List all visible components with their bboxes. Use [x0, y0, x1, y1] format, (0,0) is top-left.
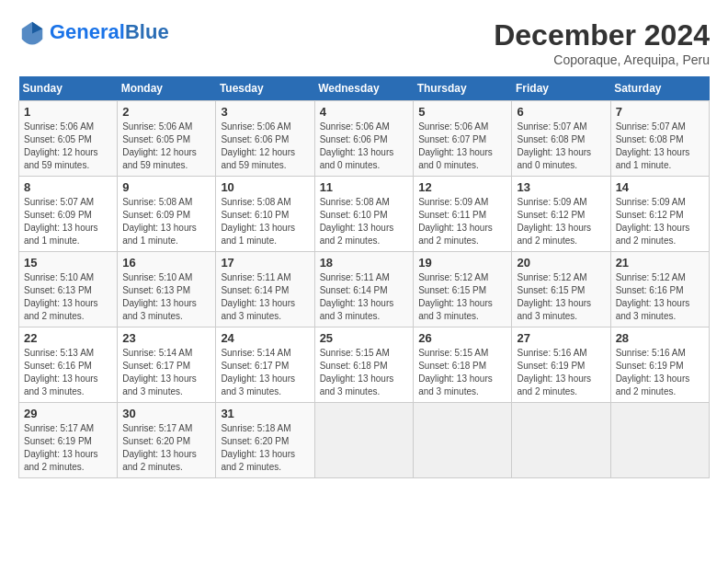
- day-info: Sunrise: 5:06 AM Sunset: 6:05 PM Dayligh…: [122, 121, 210, 172]
- calendar-day-cell: 27Sunrise: 5:16 AM Sunset: 6:19 PM Dayli…: [512, 327, 610, 403]
- month-title: December 2024: [494, 18, 710, 52]
- day-of-week-header: Saturday: [610, 76, 709, 101]
- calendar-empty-cell: [512, 403, 610, 478]
- day-number: 27: [517, 331, 605, 345]
- day-number: 6: [517, 105, 605, 119]
- calendar-day-cell: 31Sunrise: 5:18 AM Sunset: 6:20 PM Dayli…: [216, 403, 314, 478]
- day-of-week-header: Tuesday: [216, 76, 314, 101]
- day-number: 11: [320, 180, 409, 194]
- day-number: 23: [122, 331, 210, 345]
- day-info: Sunrise: 5:13 AM Sunset: 6:16 PM Dayligh…: [24, 347, 112, 398]
- day-of-week-header: Thursday: [414, 76, 512, 101]
- calendar-day-cell: 16Sunrise: 5:10 AM Sunset: 6:13 PM Dayli…: [118, 252, 216, 327]
- calendar-day-cell: 2Sunrise: 5:06 AM Sunset: 6:05 PM Daylig…: [118, 101, 216, 177]
- calendar-day-cell: 30Sunrise: 5:17 AM Sunset: 6:20 PM Dayli…: [118, 403, 216, 478]
- calendar-body: 1Sunrise: 5:06 AM Sunset: 6:05 PM Daylig…: [19, 101, 710, 478]
- day-number: 25: [320, 331, 409, 345]
- day-of-week-header: Monday: [118, 76, 216, 101]
- calendar-day-cell: 9Sunrise: 5:08 AM Sunset: 6:09 PM Daylig…: [118, 177, 216, 252]
- day-number: 26: [418, 331, 506, 345]
- logo-text: GeneralBlue: [50, 20, 169, 44]
- calendar-header: SundayMondayTuesdayWednesdayThursdayFrid…: [19, 76, 710, 101]
- calendar-day-cell: 7Sunrise: 5:07 AM Sunset: 6:08 PM Daylig…: [610, 101, 709, 177]
- day-number: 9: [122, 180, 210, 194]
- day-number: 28: [616, 331, 704, 345]
- day-number: 19: [418, 256, 506, 270]
- day-info: Sunrise: 5:06 AM Sunset: 6:07 PM Dayligh…: [418, 121, 506, 172]
- calendar-week-row: 15Sunrise: 5:10 AM Sunset: 6:13 PM Dayli…: [19, 252, 710, 327]
- calendar-empty-cell: [314, 403, 414, 478]
- day-number: 10: [221, 180, 309, 194]
- calendar-day-cell: 3Sunrise: 5:06 AM Sunset: 6:06 PM Daylig…: [216, 101, 314, 177]
- calendar-week-row: 8Sunrise: 5:07 AM Sunset: 6:09 PM Daylig…: [19, 177, 710, 252]
- calendar-day-cell: 6Sunrise: 5:07 AM Sunset: 6:08 PM Daylig…: [512, 101, 610, 177]
- day-info: Sunrise: 5:17 AM Sunset: 6:20 PM Dayligh…: [122, 422, 210, 474]
- location: Coporaque, Arequipa, Peru: [494, 52, 710, 67]
- day-info: Sunrise: 5:12 AM Sunset: 6:15 PM Dayligh…: [517, 271, 605, 323]
- day-info: Sunrise: 5:09 AM Sunset: 6:11 PM Dayligh…: [418, 196, 506, 247]
- day-info: Sunrise: 5:16 AM Sunset: 6:19 PM Dayligh…: [616, 347, 704, 398]
- calendar-day-cell: 13Sunrise: 5:09 AM Sunset: 6:12 PM Dayli…: [512, 177, 610, 252]
- day-number: 3: [221, 105, 309, 119]
- day-number: 15: [24, 256, 112, 270]
- calendar-day-cell: 18Sunrise: 5:11 AM Sunset: 6:14 PM Dayli…: [314, 252, 414, 327]
- calendar-day-cell: 22Sunrise: 5:13 AM Sunset: 6:16 PM Dayli…: [19, 327, 118, 403]
- day-number: 22: [24, 331, 112, 345]
- day-info: Sunrise: 5:15 AM Sunset: 6:18 PM Dayligh…: [320, 347, 409, 398]
- day-info: Sunrise: 5:16 AM Sunset: 6:19 PM Dayligh…: [517, 347, 605, 398]
- day-info: Sunrise: 5:14 AM Sunset: 6:17 PM Dayligh…: [122, 347, 210, 398]
- day-info: Sunrise: 5:12 AM Sunset: 6:15 PM Dayligh…: [418, 271, 506, 323]
- calendar-day-cell: 15Sunrise: 5:10 AM Sunset: 6:13 PM Dayli…: [19, 252, 118, 327]
- calendar-week-row: 29Sunrise: 5:17 AM Sunset: 6:19 PM Dayli…: [19, 403, 710, 478]
- day-number: 2: [122, 105, 210, 119]
- calendar-day-cell: 14Sunrise: 5:09 AM Sunset: 6:12 PM Dayli…: [610, 177, 709, 252]
- calendar-day-cell: 29Sunrise: 5:17 AM Sunset: 6:19 PM Dayli…: [19, 403, 118, 478]
- day-number: 14: [616, 180, 704, 194]
- day-number: 8: [24, 180, 112, 194]
- day-number: 24: [221, 331, 309, 345]
- calendar-day-cell: 24Sunrise: 5:14 AM Sunset: 6:17 PM Dayli…: [216, 327, 314, 403]
- day-number: 18: [320, 256, 409, 270]
- calendar-day-cell: 26Sunrise: 5:15 AM Sunset: 6:18 PM Dayli…: [414, 327, 512, 403]
- title-area: December 2024 Coporaque, Arequipa, Peru: [494, 18, 710, 67]
- day-info: Sunrise: 5:10 AM Sunset: 6:13 PM Dayligh…: [24, 271, 112, 323]
- calendar-day-cell: 23Sunrise: 5:14 AM Sunset: 6:17 PM Dayli…: [118, 327, 216, 403]
- day-info: Sunrise: 5:07 AM Sunset: 6:08 PM Dayligh…: [616, 121, 704, 172]
- day-number: 21: [616, 256, 704, 270]
- day-number: 20: [517, 256, 605, 270]
- logo-icon: [18, 18, 46, 46]
- day-number: 5: [418, 105, 506, 119]
- calendar-day-cell: 5Sunrise: 5:06 AM Sunset: 6:07 PM Daylig…: [414, 101, 512, 177]
- calendar-day-cell: 11Sunrise: 5:08 AM Sunset: 6:10 PM Dayli…: [314, 177, 414, 252]
- calendar-day-cell: 25Sunrise: 5:15 AM Sunset: 6:18 PM Dayli…: [314, 327, 414, 403]
- day-info: Sunrise: 5:06 AM Sunset: 6:05 PM Dayligh…: [24, 121, 112, 172]
- calendar-day-cell: 21Sunrise: 5:12 AM Sunset: 6:16 PM Dayli…: [610, 252, 709, 327]
- calendar-day-cell: 17Sunrise: 5:11 AM Sunset: 6:14 PM Dayli…: [216, 252, 314, 327]
- day-info: Sunrise: 5:11 AM Sunset: 6:14 PM Dayligh…: [320, 271, 409, 323]
- day-number: 4: [320, 105, 409, 119]
- day-number: 7: [616, 105, 704, 119]
- calendar-day-cell: 8Sunrise: 5:07 AM Sunset: 6:09 PM Daylig…: [19, 177, 118, 252]
- calendar-empty-cell: [610, 403, 709, 478]
- day-of-week-header: Sunday: [19, 76, 118, 101]
- day-info: Sunrise: 5:15 AM Sunset: 6:18 PM Dayligh…: [418, 347, 506, 398]
- calendar-day-cell: 12Sunrise: 5:09 AM Sunset: 6:11 PM Dayli…: [414, 177, 512, 252]
- calendar-day-cell: 20Sunrise: 5:12 AM Sunset: 6:15 PM Dayli…: [512, 252, 610, 327]
- day-number: 1: [24, 105, 112, 119]
- logo: GeneralBlue: [18, 18, 169, 46]
- calendar-day-cell: 10Sunrise: 5:08 AM Sunset: 6:10 PM Dayli…: [216, 177, 314, 252]
- day-info: Sunrise: 5:09 AM Sunset: 6:12 PM Dayligh…: [616, 196, 704, 247]
- calendar-week-row: 1Sunrise: 5:06 AM Sunset: 6:05 PM Daylig…: [19, 101, 710, 177]
- page-header: GeneralBlue December 2024 Coporaque, Are…: [18, 18, 710, 67]
- day-info: Sunrise: 5:06 AM Sunset: 6:06 PM Dayligh…: [320, 121, 409, 172]
- day-number: 12: [418, 180, 506, 194]
- calendar-day-cell: 28Sunrise: 5:16 AM Sunset: 6:19 PM Dayli…: [610, 327, 709, 403]
- day-of-week-header: Friday: [512, 76, 610, 101]
- day-number: 17: [221, 256, 309, 270]
- day-info: Sunrise: 5:08 AM Sunset: 6:10 PM Dayligh…: [320, 196, 409, 247]
- day-number: 29: [24, 407, 112, 420]
- day-of-week-header: Wednesday: [314, 76, 414, 101]
- day-info: Sunrise: 5:06 AM Sunset: 6:06 PM Dayligh…: [221, 121, 309, 172]
- calendar-day-cell: 19Sunrise: 5:12 AM Sunset: 6:15 PM Dayli…: [414, 252, 512, 327]
- calendar-table: SundayMondayTuesdayWednesdayThursdayFrid…: [18, 76, 710, 478]
